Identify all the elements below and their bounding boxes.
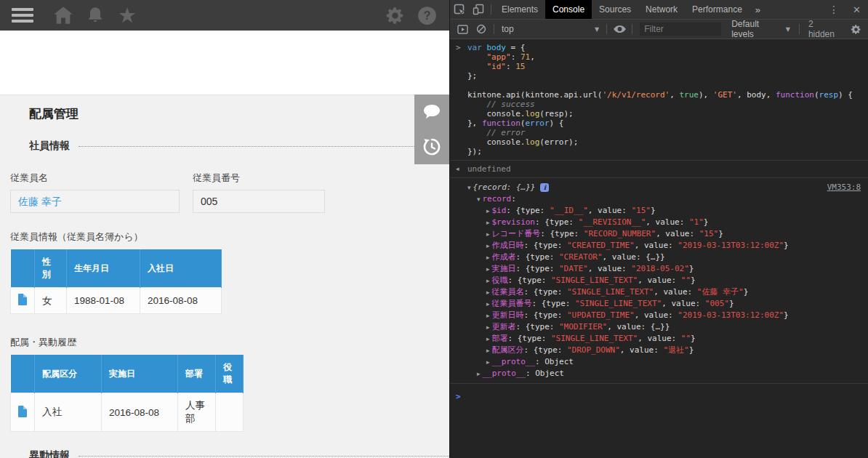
console-token: ,	[530, 52, 535, 62]
devtools-panel: ElementsConsoleSourcesNetworkPerformance…	[449, 0, 868, 458]
console-token: "SINGLE_LINE_TEXT"	[551, 276, 638, 285]
hamburger-menu-icon[interactable]	[12, 8, 33, 23]
table-row: 女1988-01-082016-08-08	[11, 288, 222, 314]
console-token: 配属区分	[491, 345, 523, 355]
console-sidebar-toggle-icon[interactable]	[453, 25, 472, 34]
help-icon[interactable]: ?	[416, 4, 438, 26]
console-token: , value:	[646, 217, 689, 227]
console-line[interactable]: ▸ 配属区分: {type: "DROP_DOWN", value: "退社"}	[450, 345, 868, 356]
console-token: true	[679, 90, 699, 100]
comments-icon	[422, 103, 441, 121]
console-token: "退社"	[663, 345, 688, 355]
section-title: 異動情報	[29, 449, 70, 458]
record-detail-area: 配属管理 社員情報 従業員名 佐藤 幸子 従業員番号 005 従業員情報（従業員…	[0, 95, 449, 458]
console-settings-gear-icon[interactable]	[846, 24, 865, 35]
screen: ★ ? 配属管理 社員情報 従業員名 佐藤 幸子	[0, 0, 868, 458]
console-line[interactable]: ▸ 作成者: {type: "CREATOR", value: {…}}	[450, 252, 868, 263]
close-devtools-icon[interactable]: ✕	[845, 4, 868, 15]
console-line[interactable]: ▸ $id: {type: "__ID__", value: "15"}	[450, 205, 868, 217]
console-line[interactable]: ▸ 従業員番号: {type: "SINGLE_LINE_TEXT", valu…	[450, 298, 868, 310]
table-header-row: 配属区分実施日部署役職	[11, 355, 244, 393]
employee-number-value-box: 005	[193, 190, 325, 213]
console-token: __proto__	[491, 357, 535, 366]
console-token: }	[704, 217, 709, 227]
console-token: "SINGLE_LINE_TEXT"	[551, 334, 638, 343]
console-token: "SINGLE_LINE_TEXT"	[575, 299, 662, 308]
console-line: console.log(error);	[450, 137, 868, 147]
bell-icon[interactable]	[84, 4, 106, 26]
console-token: url	[583, 90, 598, 100]
console-token: : {type:	[515, 264, 559, 273]
console-token: api	[563, 90, 578, 100]
console-log-record[interactable]: ▾ {record: {…}}iVM353:8	[450, 182, 868, 193]
console-line[interactable]: ▸ 更新者: {type: "MODIFIER", value: {…}}	[450, 321, 868, 333]
more-tabs-button[interactable]: »	[750, 0, 766, 19]
console-token: : {type:	[515, 322, 559, 332]
employee-name-link[interactable]: 佐藤 幸子	[18, 196, 62, 207]
hidden-messages-count: 2 hidden	[803, 19, 846, 39]
filter-input[interactable]	[640, 23, 721, 36]
tabbar-right-controls: ⋮ ✕	[822, 0, 868, 19]
console-token: 役職	[491, 276, 507, 285]
console-token: ),	[699, 90, 713, 100]
record-link-icon[interactable]	[18, 294, 27, 305]
source-location-link[interactable]: VM353:8	[827, 182, 861, 193]
tab-elements[interactable]: Elements	[494, 0, 545, 19]
record-history-button[interactable]	[414, 129, 449, 164]
console-line[interactable]: ▾ record:	[450, 193, 868, 205]
home-icon[interactable]	[52, 4, 74, 26]
divider	[606, 24, 607, 34]
record-history-icon	[422, 137, 442, 157]
devtools-menu-icon[interactable]: ⋮	[822, 4, 845, 15]
console-line[interactable]: ▸ 作成日時: {type: "CREATED_TIME", value: "2…	[450, 240, 868, 252]
console-line[interactable]: ▸ レコード番号: {type: "RECORD_NUMBER", value:…	[450, 228, 868, 240]
console-token	[467, 128, 487, 137]
console-token: , value: {…}}	[607, 322, 670, 332]
divider	[491, 4, 491, 15]
column-header: 役職	[216, 355, 244, 393]
console-token: 71	[521, 52, 530, 62]
console-token: ) {	[550, 118, 564, 128]
star-icon[interactable]: ★	[116, 4, 138, 26]
console-prompt[interactable]: >	[450, 387, 868, 392]
console-token: :	[535, 357, 544, 366]
console-token: , value:	[662, 299, 705, 308]
section-divider	[79, 456, 449, 457]
tab-sources[interactable]: Sources	[592, 0, 638, 19]
levels-label: Default levels	[731, 19, 781, 39]
record-link-icon[interactable]	[18, 406, 27, 417]
console-token: api	[506, 90, 521, 100]
execution-context-select[interactable]: top ▼	[497, 24, 603, 34]
record-icon-cell	[11, 288, 35, 314]
table-cell: 人事部	[178, 393, 216, 432]
device-toolbar-icon[interactable]	[469, 0, 488, 19]
page-title: 配属管理	[29, 105, 449, 122]
inspect-element-icon[interactable]	[450, 0, 469, 19]
console-line[interactable]: ▸ 実施日: {type: "DATE", value: "2018-05-02…	[450, 263, 868, 275]
record-icon-column-header	[11, 249, 35, 288]
console-toolbar: top ▼ Default levels ▼ 2 hidden	[450, 20, 868, 39]
console-token: :	[511, 194, 516, 204]
console-line[interactable]: ▸ 従業員名: {type: "SINGLE_LINE_TEXT", value…	[450, 286, 868, 298]
svg-text:?: ?	[423, 9, 430, 22]
tab-performance[interactable]: Performance	[685, 0, 750, 19]
console-line[interactable]: ▸ __proto__: Object	[450, 368, 868, 384]
chevron-down-icon: ▼	[595, 26, 599, 33]
console-line[interactable]: ▸ __proto__: Object	[450, 356, 868, 368]
column-header: 配属区分	[35, 355, 102, 393]
console-token: function	[482, 118, 521, 128]
comments-button[interactable]	[414, 95, 449, 129]
eye-icon[interactable]	[610, 25, 629, 33]
gear-icon[interactable]	[384, 4, 406, 26]
console-line[interactable]: ▸ $revision: {type: "__REVISION__", valu…	[450, 217, 868, 228]
tab-network[interactable]: Network	[638, 0, 685, 19]
console-token: undefined	[467, 164, 511, 174]
console-line[interactable]: ▸ 役職: {type: "SINGLE_LINE_TEXT", value: …	[450, 275, 868, 286]
log-levels-select[interactable]: Default levels ▼	[726, 19, 796, 39]
clear-console-icon[interactable]	[472, 24, 491, 34]
table-cell: 入社	[35, 393, 102, 432]
console-token: }	[691, 276, 696, 285]
console-line[interactable]: ▸ 部署: {type: "SINGLE_LINE_TEXT", value: …	[450, 333, 868, 345]
tab-console[interactable]: Console	[545, 0, 592, 19]
console-line[interactable]: ▸ 更新日時: {type: "UPDATED_TIME", value: "2…	[450, 310, 868, 321]
